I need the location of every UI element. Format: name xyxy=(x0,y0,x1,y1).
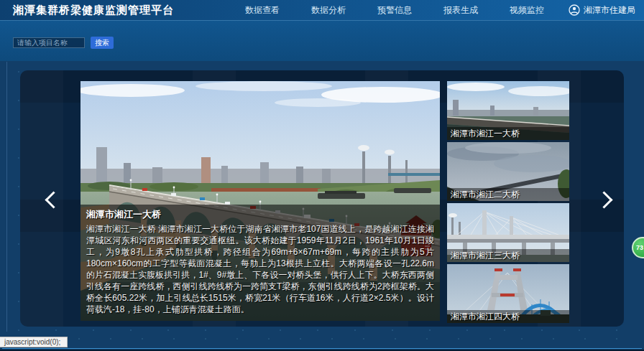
chevron-left-icon xyxy=(45,191,62,208)
page-title: 湘潭集群桥梁健康监测管理平台 xyxy=(13,4,174,17)
search-button[interactable]: 搜索 xyxy=(91,37,114,49)
top-navbar: 湘潭集群桥梁健康监测管理平台 数据查看 数据分析 预警信息 报表生成 视频监控 … xyxy=(0,0,644,20)
user-name-label: 湘潭市住建局 xyxy=(584,4,635,17)
thumbnail-bridge-1[interactable]: 湘潭市湘江一大桥 xyxy=(447,81,569,140)
thumbnail-bridge-2[interactable]: 湘潭市湘江二大桥 xyxy=(447,142,569,201)
main-nav: 数据查看 数据分析 预警信息 报表生成 视频监控 xyxy=(245,4,544,17)
thumbnail-title: 湘潭市湘江二大桥 xyxy=(447,188,569,201)
slide-title: 湘潭市湘江一大桥 xyxy=(86,208,434,221)
thumbnail-bridge-3[interactable]: 湘潭市湘江三大桥 xyxy=(447,203,569,262)
chevron-right-icon xyxy=(595,191,612,208)
nav-item-warning-info[interactable]: 预警信息 xyxy=(377,4,412,17)
nav-item-data-analysis[interactable]: 数据分析 xyxy=(311,4,346,17)
nav-item-report[interactable]: 报表生成 xyxy=(443,4,478,17)
bg-divider-line xyxy=(6,62,7,332)
bottom-decor-band xyxy=(0,332,644,351)
thumbnail-title: 湘潭市湘江三大桥 xyxy=(447,249,569,262)
search-toolbar: 搜索 xyxy=(0,20,644,61)
thumbnail-bridge-4[interactable]: 湘潭市湘江四大桥 xyxy=(447,264,569,323)
slide-caption: 湘潭市湘江一大桥 湘潭市湘江一大桥 湘潭市湘江一大桥位于湖南省湘潭市老107国道… xyxy=(80,205,440,321)
nav-item-video-monitor[interactable]: 视频监控 xyxy=(510,4,544,17)
app-root: 湘潭集群桥梁健康监测管理平台 数据查看 数据分析 预警信息 报表生成 视频监控 … xyxy=(0,0,644,351)
carousel-active-slide[interactable]: 湘潭市湘江一大桥 湘潭市湘江一大桥 湘潭市湘江一大桥位于湖南省湘潭市老107国道… xyxy=(80,81,440,321)
carousel-prev-button[interactable] xyxy=(43,191,62,210)
nav-item-data-view[interactable]: 数据查看 xyxy=(245,4,280,17)
floating-feedback-button[interactable]: 73 xyxy=(632,237,644,258)
search-input[interactable] xyxy=(13,37,85,48)
browser-status-bar: javascript:void(0); xyxy=(0,337,68,347)
thumbnail-title: 湘潭市湘江四大桥 xyxy=(447,310,569,323)
slide-description: 湘潭市湘江一大桥 湘潭市湘江一大桥位于湖南省湘潭市老107国道线上，是跨越湘江连… xyxy=(86,223,434,315)
user-avatar-icon xyxy=(569,4,580,16)
user-menu[interactable]: 湘潭市住建局 xyxy=(569,4,635,17)
thumbnail-title: 湘潭市湘江一大桥 xyxy=(447,127,569,140)
carousel-next-button[interactable] xyxy=(597,191,615,210)
